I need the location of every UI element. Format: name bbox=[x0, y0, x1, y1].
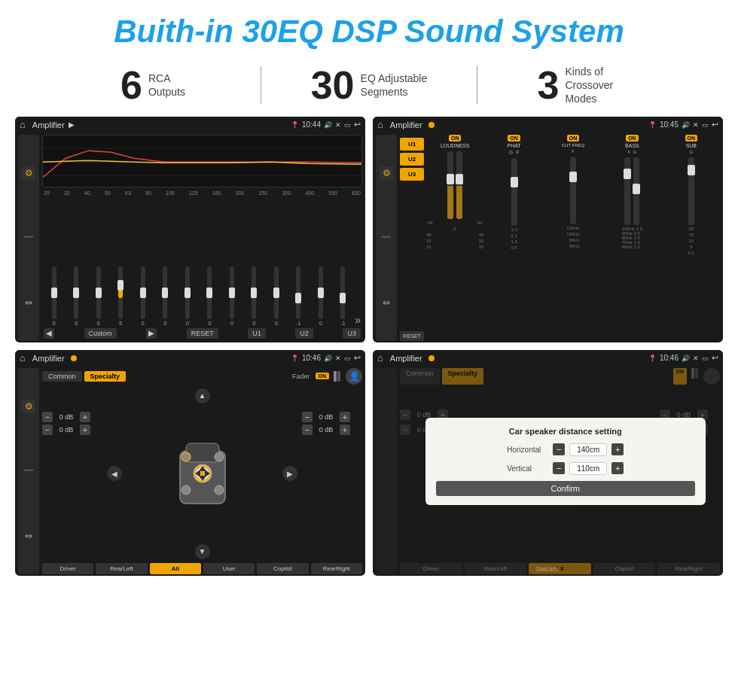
front-right-db: − 0 dB + bbox=[302, 412, 362, 422]
fader-profile-btn[interactable]: 👤 bbox=[346, 368, 362, 385]
close-icon-2[interactable]: ✕ bbox=[693, 121, 699, 129]
rearright-btn[interactable]: RearRight bbox=[311, 563, 362, 574]
window-icon-2[interactable]: ▭ bbox=[702, 121, 709, 129]
horizontal-plus-btn[interactable]: + bbox=[611, 443, 624, 455]
fader-body: − 0 dB + − 0 dB + bbox=[42, 387, 362, 561]
eq-wave-icon[interactable]: 〰 bbox=[22, 231, 35, 245]
speaker-distance-dialog: Car speaker distance setting Horizontal … bbox=[425, 418, 706, 505]
svg-point-13 bbox=[215, 485, 224, 495]
fader-tabs: Common Specialty Fader ON 👤 bbox=[42, 368, 362, 385]
location-icon-2: 📍 bbox=[648, 121, 657, 129]
eq-main-area: 25 32 40 50 63 80 100 125 160 200 250 32… bbox=[42, 135, 362, 341]
eq-settings-icon[interactable]: ⚙ bbox=[22, 166, 35, 180]
fader-balance-icon[interactable]: ⇔ bbox=[22, 529, 35, 543]
eq-graph bbox=[42, 135, 362, 187]
close-icon-3[interactable]: ✕ bbox=[335, 355, 341, 362]
rear-left-plus[interactable]: + bbox=[80, 425, 90, 435]
cutfreq-on[interactable]: ON bbox=[567, 135, 580, 142]
stat-eq-number: 30 bbox=[311, 65, 355, 105]
driver-btn[interactable]: Driver bbox=[42, 563, 93, 574]
eq-u3-button[interactable]: U3 bbox=[343, 328, 361, 339]
rear-right-minus[interactable]: − bbox=[302, 425, 313, 435]
fader-wave-icon[interactable]: 〰 bbox=[22, 464, 35, 478]
crossover-app-title: Amplifier bbox=[390, 120, 422, 129]
window-icon[interactable]: ▭ bbox=[344, 121, 351, 129]
fader-time: 10:46 bbox=[302, 354, 321, 362]
slider-63: 0 bbox=[133, 266, 154, 326]
home-icon[interactable]: ⌂ bbox=[20, 119, 26, 130]
back-icon-3[interactable]: ↩ bbox=[354, 353, 361, 363]
rear-left-db: − 0 dB + bbox=[42, 425, 102, 435]
fader-up-btn[interactable]: ▲ bbox=[195, 388, 210, 403]
fader-left-btn[interactable]: ◀ bbox=[107, 466, 122, 481]
eq-u2-button[interactable]: U2 bbox=[295, 328, 313, 339]
back-icon-4[interactable]: ↩ bbox=[712, 353, 718, 363]
front-right-plus[interactable]: + bbox=[340, 412, 350, 422]
rearleft-btn[interactable]: RearLeft bbox=[96, 563, 147, 574]
all-btn[interactable]: All bbox=[150, 563, 201, 574]
rear-left-minus[interactable]: − bbox=[42, 425, 53, 435]
fader-on-badge[interactable]: ON bbox=[316, 373, 330, 379]
rear-right-db: − 0 dB + bbox=[302, 425, 362, 435]
crossover-status-bar: ⌂ Amplifier 📍 10:45 🔊 ✕ ▭ ↩ bbox=[373, 117, 723, 133]
rear-right-plus[interactable]: + bbox=[340, 425, 350, 435]
stat-crossover-number: 3 bbox=[538, 65, 560, 105]
fader-specialty-tab[interactable]: Specialty bbox=[84, 371, 127, 382]
copilot-btn[interactable]: Copilot bbox=[257, 563, 308, 574]
crossover-wave-icon[interactable]: 〰 bbox=[380, 231, 393, 245]
eq-u1-button[interactable]: U1 bbox=[248, 328, 266, 339]
svg-point-11 bbox=[215, 452, 224, 461]
front-left-minus[interactable]: − bbox=[42, 412, 53, 422]
eq-prev-button[interactable]: ◀ bbox=[44, 328, 54, 339]
vertical-plus-btn[interactable]: + bbox=[611, 462, 624, 474]
crossover-balance-icon[interactable]: ⇔ bbox=[380, 296, 393, 309]
slider-125: 0 bbox=[200, 266, 221, 326]
window-icon-4[interactable]: ▭ bbox=[702, 355, 709, 362]
eq-custom-button[interactable]: Custom bbox=[84, 328, 117, 339]
fader-content: ⚙ 〰 ⇔ Common Specialty Fader ON bbox=[15, 367, 365, 576]
eq-screen: ⌂ Amplifier ▶ 📍 10:44 🔊 ✕ ▭ ↩ ⚙ 〰 ⇔ bbox=[15, 117, 365, 342]
home-icon-4[interactable]: ⌂ bbox=[377, 352, 383, 364]
eq-next-button[interactable]: ▶ bbox=[146, 328, 157, 339]
close-icon[interactable]: ✕ bbox=[335, 121, 341, 129]
slider-32: 0 bbox=[66, 266, 87, 326]
horizontal-minus-btn[interactable]: − bbox=[553, 443, 565, 455]
home-icon-2[interactable]: ⌂ bbox=[377, 119, 383, 130]
fader-right-btn[interactable]: ▶ bbox=[282, 466, 297, 481]
fader-label: Fader bbox=[292, 373, 310, 380]
crossover-u2[interactable]: U2 bbox=[400, 153, 424, 166]
fader-down-btn[interactable]: ▼ bbox=[195, 544, 210, 559]
loudness-on[interactable]: ON bbox=[449, 135, 462, 142]
page-title: Buith-in 30EQ DSP Sound System bbox=[8, 14, 730, 50]
front-left-db: − 0 dB + bbox=[42, 412, 102, 422]
crossover-time: 10:45 bbox=[660, 120, 679, 129]
confirm-button[interactable]: Confirm bbox=[436, 481, 695, 496]
front-left-plus[interactable]: + bbox=[80, 412, 90, 422]
bass-on[interactable]: ON bbox=[626, 135, 639, 142]
phat-on[interactable]: ON bbox=[508, 135, 520, 142]
close-icon-4[interactable]: ✕ bbox=[693, 355, 699, 362]
speaker-icon-3: 🔊 bbox=[324, 355, 332, 362]
sub-on[interactable]: ON bbox=[685, 135, 698, 142]
window-icon-3[interactable]: ▭ bbox=[344, 355, 351, 362]
slider-25: 0 bbox=[44, 266, 65, 326]
eq-bottom-controls: ◀ Custom ▶ RESET U1 U2 U3 bbox=[42, 326, 362, 341]
fader-common-tab[interactable]: Common bbox=[42, 371, 82, 382]
user-btn[interactable]: User bbox=[203, 563, 255, 574]
eq-reset-button[interactable]: RESET bbox=[187, 328, 218, 339]
crossover-u3[interactable]: U3 bbox=[400, 168, 424, 181]
vertical-minus-btn[interactable]: − bbox=[553, 462, 565, 474]
crossover-u1[interactable]: U1 bbox=[400, 138, 424, 151]
back-icon[interactable]: ↩ bbox=[354, 120, 361, 129]
back-icon-2[interactable]: ↩ bbox=[712, 120, 718, 129]
fader-settings-icon[interactable]: ⚙ bbox=[22, 400, 35, 413]
play-icon: ▶ bbox=[69, 120, 75, 129]
slider-200: 0 bbox=[244, 266, 265, 326]
home-icon-3[interactable]: ⌂ bbox=[20, 352, 26, 364]
crossover-settings-icon[interactable]: ⚙ bbox=[380, 166, 393, 180]
slider-500: -1 bbox=[333, 266, 354, 326]
vertical-label: Vertical bbox=[507, 464, 548, 473]
front-right-minus[interactable]: − bbox=[302, 412, 313, 422]
eq-balance-icon[interactable]: ⇔ bbox=[22, 296, 35, 309]
crossover-reset[interactable]: RESET bbox=[400, 331, 424, 341]
